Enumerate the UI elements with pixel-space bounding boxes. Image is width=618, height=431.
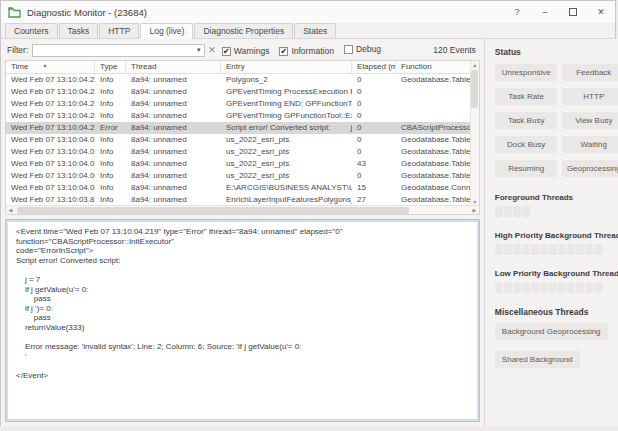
events-count: 120 Events xyxy=(433,45,476,55)
cell-time: Wed Feb 07 13:10:04.250 xyxy=(6,74,95,86)
filter-clear-icon[interactable]: ✕ xyxy=(208,45,216,55)
scroll-right-icon[interactable]: ▶ xyxy=(470,206,479,214)
column-header-time[interactable]: Time▲ xyxy=(6,61,95,73)
tab-tasks[interactable]: Tasks xyxy=(59,23,99,38)
cell-thread: 8a94: unnamed xyxy=(126,122,221,134)
window-title: Diagnostic Monitor - (23684) xyxy=(27,7,147,18)
status-button-view-busy[interactable]: View Busy xyxy=(562,112,618,129)
cell-entry: us_2022_esri_pts xyxy=(221,170,352,182)
column-header-entry[interactable]: Entry xyxy=(221,61,352,73)
status-button-geoprocessing[interactable]: Geoprocessing xyxy=(562,160,618,177)
tab-states[interactable]: States xyxy=(294,23,336,38)
thread-cell xyxy=(585,282,593,293)
cell-function: CBAScriptProcessor:: xyxy=(396,122,479,134)
cell-elapsed: 43 xyxy=(352,158,396,170)
minimize-button[interactable]: – xyxy=(531,1,559,23)
cell-time: Wed Feb 07 13:10:04.008 xyxy=(6,170,95,182)
vertical-scroll-thumb[interactable] xyxy=(471,70,478,108)
status-buttons: UnresponsiveFeedbackTask RateHTTPTask Bu… xyxy=(495,64,618,177)
cell-thread: 8a94: unnamed xyxy=(126,146,221,158)
table-row[interactable]: Wed Feb 07 13:10:04.241Info8a94: unnamed… xyxy=(6,98,479,110)
event-detail-pane[interactable]: <Event time="Wed Feb 07 13:10:04.219" ty… xyxy=(5,219,480,422)
filter-input[interactable] xyxy=(33,45,193,56)
scroll-up-icon[interactable]: ▲ xyxy=(470,61,479,69)
cell-function: Geodatabase.Table.O xyxy=(396,158,479,170)
column-header-type[interactable]: Type xyxy=(95,61,126,73)
thread-group-title: Low Priority Background Threads xyxy=(495,269,618,278)
status-button-resuming[interactable]: Resuming xyxy=(495,160,558,177)
cell-entry: E:\ARCGIS\BUSINESS ANALYST\US_2022\ xyxy=(221,182,352,194)
vertical-scrollbar[interactable]: ▲ ▼ xyxy=(470,61,479,206)
maximize-button[interactable] xyxy=(559,1,587,23)
cell-type: Info xyxy=(95,170,126,182)
cell-time: Wed Feb 07 13:10:04.241 xyxy=(6,86,95,98)
checkbox-debug[interactable]: Debug xyxy=(344,44,381,54)
horizontal-scrollbar[interactable]: ◀ ▶ xyxy=(6,205,479,214)
table-row[interactable]: Wed Feb 07 13:10:04.008Info8a94: unnamed… xyxy=(6,170,479,182)
help-button[interactable]: ? xyxy=(503,1,531,23)
thread-group-title: High Priority Background Threads xyxy=(495,231,618,240)
thread-cell xyxy=(594,244,602,255)
log-table-body: Wed Feb 07 13:10:04.250Info8a94: unnamed… xyxy=(6,74,479,206)
status-section-title: Status xyxy=(495,47,618,57)
thread-cell xyxy=(513,244,521,255)
cell-type: Info xyxy=(95,182,126,194)
cell-elapsed: 0 xyxy=(352,122,396,134)
tab-http[interactable]: HTTP xyxy=(99,23,139,38)
cell-entry: us_2022_esri_pts xyxy=(221,158,352,170)
table-row[interactable]: Wed Feb 07 13:10:04.053Info8a94: unnamed… xyxy=(6,146,479,158)
status-button-feedback[interactable]: Feedback xyxy=(562,64,618,81)
status-button-task-rate[interactable]: Task Rate xyxy=(495,88,558,105)
tab-counters[interactable]: Counters xyxy=(5,23,58,38)
cell-thread: 8a94: unnamed xyxy=(126,110,221,122)
cell-type: Info xyxy=(95,158,126,170)
checkbox-warnings[interactable]: ✔Warnings xyxy=(222,46,270,56)
status-button-waiting[interactable]: Waiting xyxy=(562,136,618,153)
tab-log-live-[interactable]: Log (live) xyxy=(140,23,193,39)
cell-type: Error xyxy=(95,122,126,134)
cell-entry: Polygons_2 xyxy=(221,74,352,86)
table-row[interactable]: Wed Feb 07 13:10:04.053Info8a94: unnamed… xyxy=(6,134,479,146)
misc-button-shared-background[interactable]: Shared Background xyxy=(495,351,580,368)
thread-cell xyxy=(504,244,512,255)
filter-combobox[interactable]: ▼ xyxy=(32,44,205,57)
table-row[interactable]: Wed Feb 07 13:10:04.003Info8a94: unnamed… xyxy=(6,182,479,194)
cell-time: Wed Feb 07 13:10:04.003 xyxy=(6,182,95,194)
close-button[interactable]: ✕ xyxy=(587,1,615,23)
horizontal-scroll-thumb[interactable] xyxy=(17,207,409,214)
column-header-elapsed[interactable]: Elapsed (ms) xyxy=(352,61,396,73)
cell-type: Info xyxy=(95,146,126,158)
table-row[interactable]: Wed Feb 07 13:10:04.051Info8a94: unnamed… xyxy=(6,158,479,170)
thread-cell xyxy=(540,282,548,293)
cell-time: Wed Feb 07 13:10:04.051 xyxy=(6,158,95,170)
filter-row: Filter: ▼ ✕ ✔Warnings✔InformationDebug 1… xyxy=(5,42,480,58)
tab-diagnostic-properties[interactable]: Diagnostic Properties xyxy=(194,23,293,38)
filter-label: Filter: xyxy=(7,45,28,55)
status-button-task-busy[interactable]: Task Busy xyxy=(495,112,558,129)
thread-cell xyxy=(504,282,512,293)
misc-button-background-geoprocessing[interactable]: Background Geoprocessing xyxy=(495,323,608,340)
column-header-function[interactable]: Function xyxy=(396,61,479,73)
table-row[interactable]: Wed Feb 07 13:10:04.219Error8a94: unname… xyxy=(6,122,479,134)
cell-time: Wed Feb 07 13:10:04.053 xyxy=(6,146,95,158)
status-button-dock-busy[interactable]: Dock Busy xyxy=(495,136,558,153)
column-header-thread[interactable]: Thread xyxy=(126,61,221,73)
combo-dropdown-icon[interactable]: ▼ xyxy=(193,47,204,53)
scroll-left-icon[interactable]: ◀ xyxy=(6,206,15,214)
cell-thread: 8a94: unnamed xyxy=(126,98,221,110)
cell-type: Info xyxy=(95,98,126,110)
cell-thread: 8a94: unnamed xyxy=(126,134,221,146)
checkbox-label: Warnings xyxy=(234,46,270,56)
thread-cell xyxy=(522,206,530,217)
cell-function: Geodatabase.Table.R xyxy=(396,134,479,146)
table-row[interactable]: Wed Feb 07 13:10:04.241Info8a94: unnamed… xyxy=(6,110,479,122)
thread-indicator-cells xyxy=(495,244,618,255)
cell-entry: us_2022_esri_pts xyxy=(221,134,352,146)
cell-time: Wed Feb 07 13:10:04.241 xyxy=(6,110,95,122)
table-row[interactable]: Wed Feb 07 13:10:04.241Info8a94: unnamed… xyxy=(6,86,479,98)
thread-cell xyxy=(495,206,503,217)
status-button-unresponsive[interactable]: Unresponsive xyxy=(495,64,558,81)
table-row[interactable]: Wed Feb 07 13:10:04.250Info8a94: unnamed… xyxy=(6,74,479,86)
checkbox-information[interactable]: ✔Information xyxy=(279,46,334,56)
status-button-http[interactable]: HTTP xyxy=(562,88,618,105)
